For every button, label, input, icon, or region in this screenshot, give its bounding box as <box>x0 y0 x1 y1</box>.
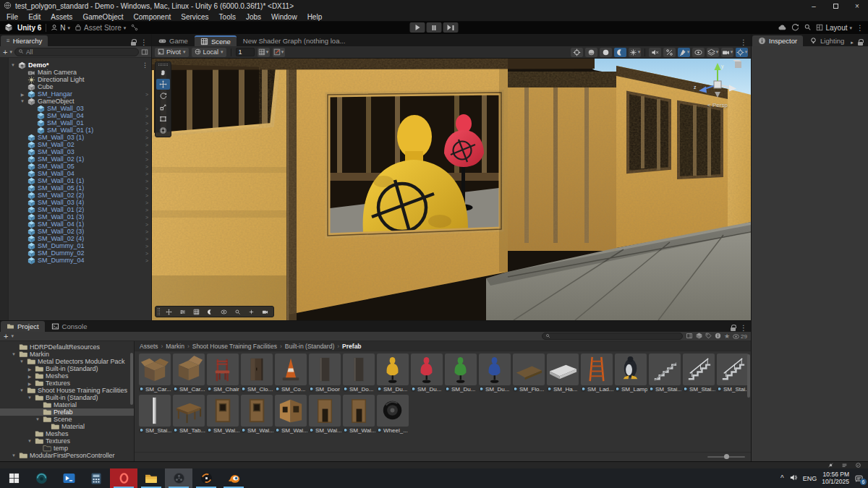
asset-tile[interactable]: SM_Stai... <box>139 395 171 434</box>
step-button[interactable] <box>443 22 459 33</box>
scene-lighting-toggle[interactable] <box>614 48 626 57</box>
pause-button[interactable] <box>427 22 442 33</box>
taskbar-app-powershell[interactable] <box>55 468 82 488</box>
menu-services[interactable]: Services <box>176 13 213 21</box>
breadcrumb-item[interactable]: Shoot House Training Facilities <box>192 343 277 350</box>
asset-tile[interactable]: SM_Do... <box>343 354 375 393</box>
asset-tile[interactable]: SM_Wal... <box>275 395 307 434</box>
expander-icon[interactable]: ▼ <box>10 63 16 67</box>
taskbar-app-unity-hub[interactable] <box>165 468 192 488</box>
prefab-open-arrow[interactable]: > <box>145 258 150 263</box>
project-tree-row[interactable]: ▼Built-in (Standard) <box>0 394 134 401</box>
audio-toggle[interactable] <box>649 48 661 57</box>
hierarchy-search-input[interactable]: All <box>14 48 139 56</box>
snap-increment-input[interactable]: 1 <box>236 48 255 56</box>
hierarchy-row[interactable]: Directional Light <box>0 76 151 83</box>
hierarchy-row[interactable]: SM_Dummy_02> <box>0 249 151 257</box>
lock-icon[interactable] <box>131 42 136 46</box>
tab-new-shader-graph-nothing-loa[interactable]: New Shader Graph (nothing loa... <box>237 35 352 46</box>
shading-mode-toggle[interactable] <box>585 48 597 57</box>
prefab-open-arrow[interactable]: > <box>145 150 150 155</box>
camera-settings-menu[interactable]: ▾ <box>721 48 733 57</box>
transform-tool[interactable] <box>156 125 170 136</box>
menu-jobs[interactable]: Jobs <box>241 13 266 21</box>
tray-expand-icon[interactable]: ^ <box>780 474 784 482</box>
asset-store-button[interactable]: Asset Store ▾ <box>75 24 126 33</box>
search-icon[interactable] <box>804 23 812 33</box>
asset-tile[interactable]: SM_Stai... <box>717 354 749 393</box>
tab-game[interactable]: Game <box>153 35 194 46</box>
minimize-button[interactable]: – <box>803 0 825 12</box>
hierarchy-row[interactable]: SM_Wall_03> <box>0 105 151 112</box>
menu-tools[interactable]: Tools <box>214 13 241 21</box>
grid-snapping-dropdown[interactable]: ▾ <box>258 48 270 57</box>
overlay-properties[interactable] <box>176 307 189 317</box>
project-tree-row[interactable]: ▶Meshes <box>0 372 134 380</box>
tab-inspector[interactable]: Inspector <box>752 35 803 46</box>
projection-label[interactable]: < Persp <box>692 102 744 108</box>
project-tree-row[interactable]: Prefab <box>0 408 134 416</box>
project-tree-row[interactable]: ▼Scene <box>0 416 134 423</box>
play-button[interactable] <box>410 22 425 33</box>
version-control-icon[interactable] <box>130 24 139 33</box>
hierarchy-row[interactable]: SM_Wall_04 (1)> <box>0 221 151 228</box>
kebab-menu-icon[interactable]: ⋮ <box>856 24 864 32</box>
lock-icon[interactable] <box>731 328 736 331</box>
overlay-lighting[interactable] <box>203 307 216 317</box>
prefab-open-arrow[interactable]: > <box>145 251 150 256</box>
view-tool[interactable] <box>156 67 170 78</box>
project-tree-row[interactable]: ▼Metal Detectors Modular Pack <box>0 358 134 365</box>
gizmos-menu[interactable]: ▾ <box>736 48 748 57</box>
prefab-open-arrow[interactable]: > <box>145 106 150 111</box>
prefab-open-arrow[interactable]: > <box>145 229 150 234</box>
overlay-camera[interactable] <box>258 307 271 317</box>
thumbnail-size-slider[interactable] <box>707 456 745 458</box>
drag-handle[interactable] <box>158 64 168 66</box>
create-button[interactable]: + <box>4 333 8 339</box>
asset-tile[interactable]: SM_Co... <box>275 354 307 393</box>
expander-icon[interactable]: ▶ <box>27 374 33 379</box>
hierarchy-row[interactable]: SM_Dummy_01> <box>0 242 151 249</box>
project-tree-row[interactable]: ▼ModularFirstPersonController <box>0 452 134 459</box>
expander-icon[interactable]: ▼ <box>35 417 41 421</box>
menu-edit[interactable]: Edit <box>23 13 46 21</box>
hierarchy-row[interactable]: SM_Wall_02 (4)> <box>0 235 151 242</box>
overlay-paint-toggle[interactable]: ▾ <box>678 48 690 57</box>
label-filter-icon[interactable] <box>705 333 712 341</box>
asset-tile[interactable]: SM_Stai... <box>649 354 681 393</box>
scene-viewport[interactable]: y z < Persp <box>152 59 751 320</box>
project-tree-row[interactable]: temp <box>0 445 134 452</box>
tab-console[interactable]: Console <box>46 321 93 332</box>
breadcrumb-item[interactable]: Prefab <box>342 343 361 350</box>
project-tree-row[interactable]: ▼Markin <box>0 351 134 358</box>
asset-tile[interactable]: SM_Chair <box>207 354 239 393</box>
more-tabs-icon[interactable]: ▸ <box>851 40 854 46</box>
project-tree-row[interactable]: ▼Textures <box>0 437 134 445</box>
asset-tile[interactable]: SM_Du... <box>377 354 409 393</box>
prefab-open-arrow[interactable]: > <box>145 135 150 140</box>
project-tree-row[interactable]: ▶Textures <box>0 380 134 387</box>
start-button[interactable] <box>0 468 27 488</box>
hierarchy-row[interactable]: SM_Wall_03 (4)> <box>0 199 151 206</box>
hierarchy-row[interactable]: SM_Wall_04> <box>0 112 151 119</box>
create-button[interactable]: + <box>3 49 7 55</box>
package-icon[interactable] <box>696 333 702 341</box>
asset-tile[interactable]: SM_Flo... <box>513 354 545 393</box>
expander-icon[interactable]: ▼ <box>27 395 33 400</box>
breadcrumb-item[interactable]: Markin <box>166 343 184 350</box>
hierarchy-row[interactable]: SM_Wall_02> <box>0 141 151 148</box>
rotate-tool[interactable] <box>156 90 170 101</box>
light-probe-toggle[interactable] <box>600 48 612 57</box>
hierarchy-panel-icon[interactable] <box>141 46 148 59</box>
expander-icon[interactable]: ▶ <box>27 367 33 372</box>
asset-tile[interactable]: SM_Car... <box>173 354 205 393</box>
kebab-menu-icon[interactable]: ⋮ <box>740 324 747 332</box>
expander-icon[interactable]: ▼ <box>19 388 25 393</box>
prefab-open-arrow[interactable]: > <box>145 193 150 198</box>
language-indicator[interactable]: ENG <box>803 475 817 482</box>
expander-icon[interactable]: ▼ <box>11 453 17 458</box>
tab-scene[interactable]: Scene <box>195 35 237 46</box>
chevron-down-icon[interactable]: ▾ <box>11 333 14 339</box>
layers-menu[interactable]: ▾ <box>707 48 719 57</box>
hierarchy-row[interactable]: SM_Wall_03> <box>0 148 151 155</box>
